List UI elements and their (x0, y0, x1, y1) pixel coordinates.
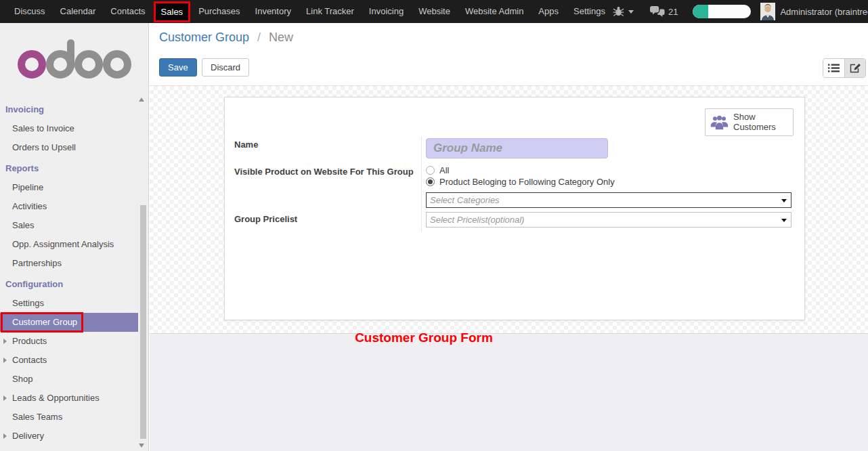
nav-item-sales[interactable]: Sales (154, 1, 191, 22)
sidebar-item-products-label: Products (12, 336, 47, 346)
sidebar-item-contacts[interactable]: Contacts (0, 351, 148, 370)
sidebar-scroll-down-icon[interactable] (139, 444, 144, 448)
logo-d-stem (67, 39, 74, 68)
nav-item-website-admin[interactable]: Website Admin (458, 0, 531, 23)
breadcrumb-separator: / (253, 30, 265, 44)
nav-item-inventory[interactable]: Inventory (248, 0, 299, 23)
discard-button[interactable]: Discard (202, 58, 249, 77)
sidebar-item-sales[interactable]: Sales (0, 216, 148, 235)
sidebar-item-activities[interactable]: Activities (0, 197, 148, 216)
nav-item-settings[interactable]: Settings (566, 0, 613, 23)
sidebar-section-configuration: Configuration (0, 275, 148, 294)
list-view-button[interactable] (823, 59, 844, 77)
chat-bubbles-icon[interactable] (650, 6, 665, 17)
odoo-logo (18, 50, 131, 79)
chevron-right-icon (3, 433, 7, 439)
debug-caret-icon[interactable] (628, 10, 634, 14)
sidebar-section-invoicing: Invoicing (0, 100, 148, 119)
sidebar-item-contacts-label: Contacts (12, 355, 47, 365)
view-switcher (823, 58, 866, 78)
sidebar-item-shop[interactable]: Shop (0, 370, 148, 389)
nav-item-invoicing[interactable]: Invoicing (362, 0, 411, 23)
nav-item-discuss[interactable]: Discuss (7, 0, 53, 23)
topbar-right-cluster: 21 Administrator (braintree) (613, 3, 868, 20)
control-panel: Customer Group / New Save Discard (150, 23, 868, 86)
sidebar-item-orders-to-upsell[interactable]: Orders to Upsell (0, 138, 148, 157)
chevron-right-icon (3, 395, 7, 401)
breadcrumb-parent[interactable]: Customer Group (159, 30, 249, 44)
sidebar-item-delivery[interactable]: Delivery (0, 427, 148, 446)
nav-item-apps[interactable]: Apps (531, 0, 566, 23)
sidebar-scrollbar[interactable] (140, 205, 146, 439)
user-menu[interactable]: Administrator (braintree) (780, 7, 868, 17)
logo-ring-4 (103, 50, 131, 79)
sidebar-scroll-up-icon[interactable] (139, 98, 144, 102)
group-name-input[interactable] (426, 138, 608, 158)
timer-progress (693, 5, 708, 18)
sidebar-item-sales-teams[interactable]: Sales Teams (0, 408, 148, 427)
form-view-button[interactable] (844, 59, 865, 77)
group-people-icon (710, 114, 729, 130)
sidebar-item-customer-group-label: Customer Group (12, 317, 77, 327)
nav-item-website[interactable]: Website (411, 0, 458, 23)
avatar[interactable] (760, 3, 775, 20)
breadcrumb-current: New (269, 30, 293, 44)
bug-icon[interactable] (613, 6, 624, 17)
radio-all-circle[interactable] (426, 166, 435, 175)
name-field-label: Name (234, 139, 258, 150)
radio-category-label: Product Beloging to Following Category O… (439, 177, 615, 187)
radio-all-label: All (439, 165, 449, 175)
chevron-down-icon (781, 199, 787, 202)
sidebar-item-pipeline[interactable]: Pipeline (0, 178, 148, 197)
nav-item-calendar[interactable]: Calendar (53, 0, 104, 23)
show-customers-button[interactable]: Show Customers (705, 108, 794, 136)
sidebar-item-settings[interactable]: Settings (0, 294, 148, 313)
radio-option-all[interactable]: All (426, 165, 449, 175)
top-nav-bar: Discuss Calendar Contacts Sales Purchase… (0, 0, 868, 23)
chevron-right-icon (3, 358, 7, 363)
chevron-right-icon (3, 339, 7, 344)
logo-ring-1 (18, 50, 46, 79)
content-footer-area (150, 333, 868, 451)
sidebar-section-reports: Reports (0, 159, 148, 178)
sidebar: Invoicing Sales to Invoice Orders to Ups… (0, 23, 149, 451)
radio-category-circle[interactable] (426, 177, 435, 186)
sidebar-item-sales-to-invoice[interactable]: Sales to Invoice (0, 119, 148, 138)
categories-select-placeholder: Select Categories (430, 195, 500, 205)
categories-select[interactable]: Select Categories (426, 192, 791, 208)
visible-product-field-label: Visible Product on Website For This Grou… (234, 167, 414, 177)
sidebar-item-leads-opportunities-label: Leads & Opportunities (12, 393, 100, 403)
customer-group-form-sheet: Show Customers Name Visible Product on W… (224, 97, 805, 320)
breadcrumb: Customer Group / New (159, 30, 293, 45)
nav-item-contacts[interactable]: Contacts (103, 0, 152, 23)
form-column-separator (421, 137, 422, 232)
list-view-icon (828, 64, 840, 72)
nav-item-purchases[interactable]: Purchases (191, 0, 247, 23)
chevron-down-icon (781, 219, 787, 222)
pricelist-select-placeholder: Select Pricelist(optional) (430, 215, 524, 225)
annotation-caption: Customer Group Form (150, 330, 698, 345)
form-view-icon (850, 63, 861, 73)
radio-option-category-only[interactable]: Product Beloging to Following Category O… (426, 177, 615, 187)
sidebar-item-products[interactable]: Products (0, 332, 148, 351)
timer-pill[interactable] (693, 5, 751, 18)
sidebar-item-customer-group[interactable]: Customer Group (0, 313, 138, 332)
sidebar-menu: Invoicing Sales to Invoice Orders to Ups… (0, 100, 148, 446)
show-customers-label: Show Customers (733, 112, 788, 133)
group-pricelist-field-label: Group Pricelist (234, 214, 297, 224)
save-button[interactable]: Save (159, 58, 197, 77)
sidebar-item-delivery-label: Delivery (12, 431, 44, 441)
nav-item-link-tracker[interactable]: Link Tracker (299, 0, 362, 23)
sidebar-item-opp-assignment-analysis[interactable]: Opp. Assignment Analysis (0, 235, 148, 254)
messages-count-badge[interactable]: 21 (668, 7, 678, 17)
sidebar-item-partnerships[interactable]: Partnerships (0, 254, 148, 273)
sidebar-item-leads-opportunities[interactable]: Leads & Opportunities (0, 389, 148, 408)
logo-ring-3 (74, 50, 103, 79)
pricelist-select[interactable]: Select Pricelist(optional) (426, 212, 791, 228)
